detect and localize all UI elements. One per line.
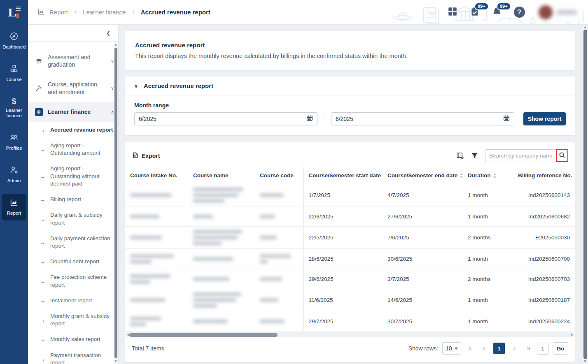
sidebar-group-course-application[interactable]: Course, application, and enrolment ∨ xyxy=(28,74,118,102)
rail-item-dashboard[interactable]: Dashboard xyxy=(2,28,26,54)
previous-page-button[interactable] xyxy=(479,343,489,353)
redacted-intake xyxy=(130,254,183,264)
sidebar-link-aging-outstanding-without-deemed-paid[interactable]: → Aging report - Outstanding without dee… xyxy=(28,161,118,192)
filter-header[interactable]: ∨ Accrued revenue report xyxy=(125,77,575,95)
redacted-code xyxy=(260,236,299,239)
sidebar-link-accrued-revenue-report[interactable]: → Accrued revenue report xyxy=(28,122,118,138)
filter-title: Accrued revenue report xyxy=(144,82,213,89)
export-button[interactable]: Export xyxy=(132,152,160,160)
search-button[interactable] xyxy=(556,149,568,162)
report-info-card: Accrued revenue report This report displ… xyxy=(125,31,575,70)
calendar-icon[interactable] xyxy=(503,115,510,123)
tasks-button[interactable]: 99+ xyxy=(469,6,481,19)
rail-item-profiles[interactable]: Profiles xyxy=(2,129,26,155)
show-report-button[interactable]: Show report xyxy=(523,112,566,125)
app-logo[interactable]: L3 xyxy=(0,0,28,25)
notifications-button[interactable]: 99+ xyxy=(491,6,503,19)
month-to-field[interactable] xyxy=(331,112,514,125)
scrollbar-thumb[interactable] xyxy=(129,333,278,337)
sort-icon[interactable] xyxy=(493,173,497,179)
dollar-icon: $ xyxy=(12,97,16,106)
main-content: Accrued revenue report This report displ… xyxy=(119,25,583,364)
go-button[interactable]: Go xyxy=(553,342,568,355)
table-row[interactable]: 29/7/2025 30/7/2025 1 month Ind202506002… xyxy=(125,311,575,332)
col-course-intake-no[interactable]: Course intake No. xyxy=(125,167,188,184)
table-row[interactable]: 1/7/2025 4/7/2025 1 month Ind20250600143 xyxy=(125,184,575,206)
sort-icon[interactable] xyxy=(460,173,463,179)
sidebar-link-monthly-grant-subsidy-report[interactable]: → Monthly grant & subsidy report xyxy=(28,308,118,332)
table-row[interactable]: 11/6/2025 14/6/2025 1 month Ind202506001… xyxy=(125,289,575,311)
scroll-up-arrow[interactable] xyxy=(114,44,117,46)
sidebar-group-label: Learner finance xyxy=(48,108,106,116)
sidebar-link-daily-payment-collection-report[interactable]: → Daily payment collection report xyxy=(28,231,118,254)
rows-per-page-select[interactable]: 10 xyxy=(442,342,461,355)
sidebar-link-billing-report[interactable]: → Billing report xyxy=(28,192,118,207)
scroll-down-arrow[interactable] xyxy=(584,360,586,363)
month-from-input[interactable] xyxy=(139,116,303,122)
next-page-button[interactable] xyxy=(509,343,519,353)
scroll-right-arrow[interactable] xyxy=(571,334,573,336)
avatar xyxy=(539,5,553,19)
table-horizontal-scrollbar[interactable] xyxy=(126,332,574,337)
apps-grid-icon xyxy=(447,6,458,19)
redacted-name xyxy=(193,230,250,245)
graduation-cap-icon xyxy=(35,57,43,65)
breadcrumb-separator: / xyxy=(75,9,76,16)
scrollbar-thumb[interactable] xyxy=(114,48,117,358)
redacted-intake xyxy=(130,274,183,284)
rail-item-admin[interactable]: Admin xyxy=(2,161,26,188)
sidebar-link-payment-transaction-report[interactable]: → Payment transaction report xyxy=(28,348,118,364)
col-course-code[interactable]: Course code xyxy=(255,167,303,184)
goto-page-input[interactable] xyxy=(537,343,548,355)
page-scrollbar[interactable] xyxy=(583,25,588,364)
col-duration[interactable]: Duration xyxy=(463,167,513,184)
sidebar-link-aging-outstanding-amount[interactable]: → Aging report - Outstanding amount xyxy=(28,138,118,161)
col-billing-reference[interactable]: Billing reference No. xyxy=(513,167,575,184)
sidebar-link-monthly-sales-report[interactable]: → Monthly sales report xyxy=(28,332,118,347)
sidebar-link-daily-grant-subsidy-report[interactable]: → Daily grant & subsidy report xyxy=(28,207,118,230)
sidebar-link-fee-protection-scheme-report[interactable]: → Fee protection scheme report xyxy=(28,269,118,292)
sidebar-scrollbar[interactable] xyxy=(114,42,118,364)
calendar-icon[interactable] xyxy=(306,115,313,123)
rail-item-learner-finance[interactable]: $ Learner finance xyxy=(2,93,26,123)
breadcrumb-section[interactable]: Report xyxy=(49,9,68,16)
month-from-field[interactable] xyxy=(134,112,317,125)
col-course-name[interactable]: Course name xyxy=(188,167,255,184)
sidebar-group-assessment[interactable]: Assessment and graduation ∨ xyxy=(28,47,118,74)
collapse-sidebar-button[interactable]: ❮ xyxy=(106,30,111,36)
month-to-input[interactable] xyxy=(336,116,500,122)
scroll-up-arrow[interactable] xyxy=(584,26,586,28)
logo-letter: L xyxy=(8,6,16,19)
breadcrumb-parent[interactable]: Learner finance xyxy=(83,9,126,16)
scrollbar-thumb[interactable] xyxy=(583,30,587,359)
chevron-down-icon[interactable]: ∨ xyxy=(134,83,138,89)
arrow-right-icon: → xyxy=(40,258,45,265)
scroll-left-arrow[interactable] xyxy=(127,334,129,336)
redacted-name xyxy=(193,257,250,261)
sidebar-collapse-row: ❮ xyxy=(28,25,118,42)
first-page-button[interactable] xyxy=(465,343,475,353)
table-row[interactable]: 28/6/2025 30/6/2025 1 month Ind202506007… xyxy=(125,249,575,269)
current-page-button[interactable]: 1 xyxy=(493,343,505,354)
filter-card: ∨ Accrued revenue report Month range xyxy=(125,77,575,135)
breadcrumb-separator: / xyxy=(132,9,134,16)
help-button[interactable]: ? xyxy=(513,6,525,19)
table-search-input[interactable] xyxy=(485,149,556,162)
scroll-down-arrow[interactable] xyxy=(114,360,117,362)
user-menu[interactable] xyxy=(535,3,582,22)
rail-item-course[interactable]: Course xyxy=(2,60,26,87)
sidebar-group-learner-finance[interactable]: Learner finance ∧ xyxy=(28,102,118,122)
rail-item-report[interactable]: Report xyxy=(2,194,26,220)
sidebar-link-instalment-report[interactable]: → Instalment report xyxy=(28,293,118,308)
column-settings-button[interactable] xyxy=(456,152,464,160)
table-row[interactable]: 22/5/2025 7/6/2025 2 months E2025050030 xyxy=(125,227,575,249)
table-row[interactable]: 29/6/2025 3/7/2025 2 months Ind202506007… xyxy=(125,269,575,289)
filter-funnel-button[interactable] xyxy=(471,152,478,160)
col-end-date[interactable]: Course/Semester end date xyxy=(383,167,463,184)
last-page-button[interactable] xyxy=(523,343,533,353)
sidebar-link-doubtful-debt-report[interactable]: → Doubtful debt report xyxy=(28,254,118,269)
redacted-name xyxy=(193,292,250,308)
col-start-date[interactable]: Course/Semester start date xyxy=(303,167,383,184)
table-row[interactable]: 22/6/2025 27/6/2025 1 month Ind202506006… xyxy=(125,206,575,227)
apps-grid-button[interactable] xyxy=(446,6,459,19)
